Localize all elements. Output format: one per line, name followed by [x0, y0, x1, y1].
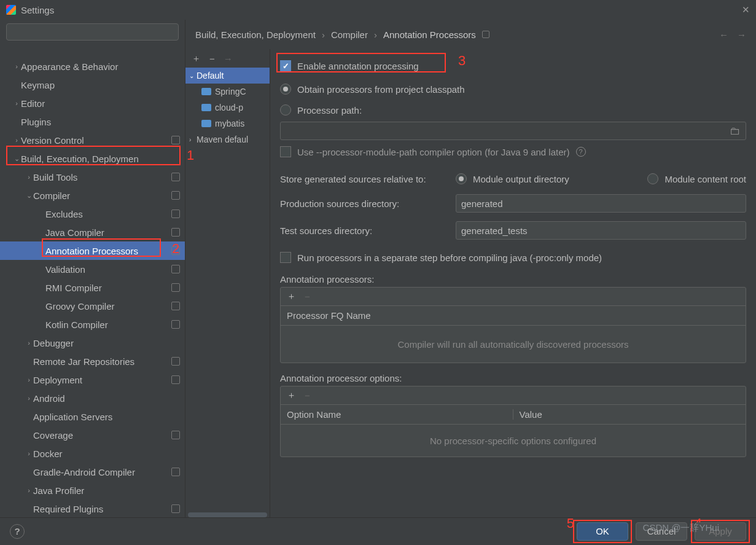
- store-output-radio[interactable]: [456, 173, 467, 184]
- store-content-radio[interactable]: [647, 173, 658, 184]
- sidebar-item-rmi-compiler[interactable]: ·RMI Compiler: [0, 278, 185, 297]
- chevron-icon: ›: [25, 376, 33, 383]
- sidebar-item-deployment[interactable]: ›Deployment: [0, 371, 185, 389]
- project-badge-icon: [171, 302, 180, 310]
- procpath-field[interactable]: 🗀: [280, 122, 746, 140]
- help-icon[interactable]: ?: [10, 524, 25, 539]
- procs-empty: Compiler will run all automatically disc…: [281, 326, 746, 363]
- add-icon[interactable]: ＋: [287, 291, 296, 302]
- sidebar-item-annotation-processors[interactable]: ·Annotation Processors: [0, 241, 185, 260]
- sidebar-item-appearance-behavior[interactable]: ›Appearance & Behavior: [0, 57, 185, 76]
- enable-label: Enable annotation processing: [297, 61, 419, 71]
- obtain-radio[interactable]: [280, 84, 291, 95]
- close-icon[interactable]: ✕: [742, 4, 750, 15]
- enable-checkbox[interactable]: [280, 60, 291, 71]
- sidebar-item-java-profiler[interactable]: ›Java Profiler: [0, 481, 185, 500]
- chevron-right-icon: ›: [189, 136, 197, 143]
- project-badge-icon: [171, 357, 180, 366]
- sidebar-item-debugger[interactable]: ›Debugger: [0, 334, 185, 352]
- sidebar-item-label: Android: [33, 393, 180, 404]
- sidebar-item-version-control[interactable]: ›Version Control: [0, 131, 185, 149]
- prod-field[interactable]: generated: [456, 194, 746, 213]
- project-badge-icon: [171, 504, 180, 513]
- move-icon: →: [224, 53, 233, 64]
- back-arrow-icon[interactable]: ←: [719, 29, 728, 40]
- store-content-label: Module content root: [664, 174, 746, 184]
- sidebar-item-build-execution-deploymen[interactable]: ⌄Build, Execution, Deploymen: [0, 149, 185, 168]
- sidebar-item-label: Plugins: [21, 117, 180, 127]
- sidebar-item-label: Editor: [21, 98, 180, 109]
- form-panel: Enable annotation processing 3 Obtain pr…: [270, 49, 756, 517]
- search-input[interactable]: [6, 23, 179, 41]
- sidebar-item-excludes[interactable]: ·Excludes: [0, 205, 185, 223]
- processors-table: ＋ − Processor FQ Name Compiler will run …: [280, 287, 746, 363]
- add-icon[interactable]: ＋: [287, 390, 296, 401]
- project-badge-icon: [171, 265, 180, 273]
- settings-tree[interactable]: ›Appearance & Behavior·Keymap›Editor·Plu…: [0, 55, 185, 517]
- store-output-label: Module output directory: [473, 174, 569, 184]
- sidebar-item-label: RMI Compiler: [45, 283, 171, 293]
- sidebar-item-label: Appearance & Behavior: [21, 61, 180, 72]
- chevron-down-icon: ⌄: [189, 73, 197, 79]
- sidebar-item-remote-jar-repositories[interactable]: ·Remote Jar Repositories: [0, 352, 185, 371]
- sidebar-item-label: Java Profiler: [33, 485, 180, 496]
- modulepath-label: Use --processor-module-path compiler opt…: [297, 147, 570, 157]
- module-default[interactable]: ⌄ Default: [185, 68, 270, 84]
- chevron-icon: ›: [25, 173, 33, 181]
- procs-section-label: Annotation processors:: [280, 274, 746, 284]
- sidebar-item-groovy-compiler[interactable]: ·Groovy Compiler: [0, 297, 185, 315]
- module-item[interactable]: cloud-p: [185, 100, 270, 116]
- module-maven[interactable]: › Maven defaul: [185, 131, 270, 147]
- sidebar-item-label: Keymap: [21, 80, 180, 90]
- separate-checkbox[interactable]: [280, 252, 291, 263]
- sidebar-item-label: Coverage: [33, 430, 171, 441]
- prod-label: Production sources directory:: [280, 198, 450, 209]
- sidebar-item-kotlin-compiler[interactable]: ·Kotlin Compiler: [0, 315, 185, 334]
- scrollbar[interactable]: [188, 512, 267, 517]
- breadcrumb-1[interactable]: Build, Execution, Deployment: [195, 29, 316, 40]
- sidebar-item-label: Gradle-Android Compiler: [33, 467, 171, 477]
- opts-header-value: Value: [513, 409, 548, 420]
- breadcrumb: Build, Execution, Deployment › Compiler …: [185, 20, 756, 49]
- project-badge-icon: [171, 431, 180, 439]
- folder-icon[interactable]: 🗀: [730, 125, 741, 138]
- sidebar-item-coverage[interactable]: ·Coverage: [0, 426, 185, 444]
- sidebar-item-label: Version Control: [21, 135, 171, 146]
- sidebar-item-plugins[interactable]: ·Plugins: [0, 112, 185, 131]
- sidebar-item-build-tools[interactable]: ›Build Tools: [0, 168, 185, 186]
- modulepath-checkbox[interactable]: [280, 146, 291, 157]
- test-field[interactable]: generated_tests: [456, 221, 746, 240]
- sidebar-item-required-plugins[interactable]: ·Required Plugins: [0, 500, 185, 517]
- procpath-radio[interactable]: [280, 104, 291, 116]
- sidebar-item-compiler[interactable]: ⌄Compiler: [0, 186, 185, 205]
- remove-icon[interactable]: −: [209, 53, 215, 64]
- sidebar-item-validation[interactable]: ·Validation: [0, 260, 185, 278]
- project-badge-icon: [171, 283, 180, 292]
- sidebar-item-android[interactable]: ›Android: [0, 389, 185, 407]
- sidebar-item-gradle-android-compiler[interactable]: ·Gradle-Android Compiler: [0, 463, 185, 481]
- project-badge-icon: [171, 375, 180, 384]
- info-icon[interactable]: ?: [576, 147, 586, 157]
- sidebar-item-label: Required Plugins: [33, 504, 171, 514]
- add-icon[interactable]: ＋: [192, 53, 201, 65]
- breadcrumb-2[interactable]: Compiler: [331, 29, 368, 40]
- chevron-icon: ›: [12, 100, 21, 107]
- module-item[interactable]: SpringC: [185, 84, 270, 100]
- chevron-icon: ⌄: [12, 155, 21, 163]
- ok-button[interactable]: OK: [577, 522, 628, 541]
- sidebar-item-editor[interactable]: ›Editor: [0, 94, 185, 112]
- sidebar-item-java-compiler[interactable]: ·Java Compiler: [0, 223, 185, 241]
- app-logo-icon: [6, 5, 16, 15]
- sidebar-item-label: Excludes: [45, 209, 171, 219]
- opts-section-label: Annotation processor options:: [280, 373, 746, 383]
- folder-icon: [201, 88, 211, 95]
- module-item[interactable]: mybatis: [185, 116, 270, 131]
- sidebar-item-keymap[interactable]: ·Keymap: [0, 76, 185, 94]
- sidebar-item-application-servers[interactable]: ·Application Servers: [0, 407, 185, 426]
- sidebar-item-docker[interactable]: ›Docker: [0, 444, 185, 463]
- forward-arrow-icon[interactable]: →: [737, 29, 746, 40]
- titlebar: Settings ✕: [0, 0, 756, 20]
- project-badge-icon: [171, 173, 180, 181]
- chevron-right-icon: ›: [374, 29, 377, 40]
- sidebar-item-label: Build Tools: [33, 172, 171, 182]
